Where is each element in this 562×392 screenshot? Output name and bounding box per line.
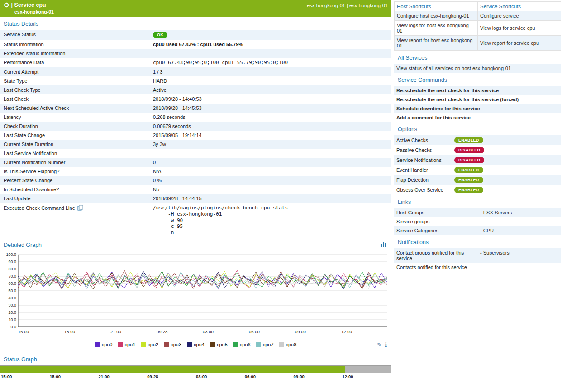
field-value: 0.268 seconds	[149, 113, 391, 122]
option-label: Active Checks	[396, 137, 454, 143]
performance-data-value: cpu0=67.43;90;95;0;100 cpu1=55.79;90;95;…	[149, 58, 391, 67]
timeline-segment-ok	[0, 366, 345, 373]
timeline-label: 21:00	[99, 374, 110, 379]
service-commands-title: Service Commands	[394, 73, 561, 86]
field-label: Current Attempt	[0, 67, 149, 76]
header-host-name[interactable]: esx-hongkong-01	[14, 9, 388, 14]
table-row: Current State Duration 3y 3w	[0, 140, 391, 149]
flap-detection-badge[interactable]: ENABLED	[454, 177, 483, 183]
status-graph-title: Status Graph	[0, 351, 391, 365]
edit-graph-icon[interactable]: ✎	[377, 341, 382, 348]
host-groups-value[interactable]: - ESX-Servers	[480, 210, 512, 215]
field-value: 0	[149, 158, 391, 167]
field-value: Active	[149, 85, 391, 94]
passive-checks-badge[interactable]: DISABLED	[454, 147, 484, 153]
cmd-schedule-downtime[interactable]: Schedule downtime for this service	[396, 106, 480, 111]
legend-label: cpu3	[171, 342, 181, 347]
svg-text:90.0: 90.0	[8, 260, 16, 264]
notifications-title: Notifications	[394, 235, 561, 248]
link-service-logs[interactable]: View logs for service cpu	[480, 25, 558, 31]
bar-chart-icon[interactable]	[381, 241, 387, 248]
active-checks-badge[interactable]: ENABLED	[454, 137, 483, 143]
cmd-add-comment[interactable]: Add a comment for this service	[396, 115, 471, 120]
all-services-group: View status of all services on host esx-…	[394, 64, 561, 73]
link-host-report[interactable]: View report for host esx-hongkong-01	[397, 38, 475, 48]
all-services-title: All Services	[394, 51, 561, 64]
svg-text:40.0: 40.0	[8, 296, 16, 300]
copy-command-icon[interactable]	[77, 205, 83, 212]
service-categories-value[interactable]: - CPU	[480, 228, 494, 233]
legend-label: cpu5	[217, 342, 228, 347]
table-row: State Type HARD	[0, 76, 391, 85]
table-row: View logs for host esx-hongkong-01 View …	[395, 21, 561, 36]
timeline-label: 18:00	[50, 374, 61, 379]
header-host-links: esx-hongkong-01 | esx-hongkong-01	[307, 3, 388, 8]
legend-item: cpu4	[187, 342, 205, 347]
service-commands-group: Re-schedule the next check for this serv…	[394, 86, 561, 122]
link-service-report[interactable]: View report for service cpu	[480, 40, 558, 46]
table-row: View report for host esx-hongkong-01 Vie…	[395, 36, 561, 51]
list-item: Service groups	[394, 217, 561, 226]
option-label: Service Notifications	[396, 157, 454, 163]
field-label: Check Duration	[0, 122, 149, 131]
service-categories-label: Service Categories	[396, 228, 480, 233]
field-value: N/A	[149, 167, 391, 176]
settings-gear-icon[interactable]: ⚙	[4, 1, 10, 9]
legend-item: cpu8	[279, 342, 297, 347]
chart-legend: cpu0cpu1cpu2cpu3cpu4cpu5cpu6cpu7cpu8	[0, 342, 391, 347]
list-item: Re-schedule the next check for this serv…	[394, 95, 561, 104]
svg-text:15:00: 15:00	[18, 329, 29, 334]
notifications-group: Contact groups notified for this service…	[394, 248, 561, 272]
timeline-segment-no-data	[345, 366, 391, 373]
contact-groups-value[interactable]: - Supervisors	[480, 250, 510, 255]
host-groups-label: Host Groups	[396, 210, 480, 215]
legend-item: cpu0	[95, 342, 113, 347]
event-handler-badge[interactable]: ENABLED	[454, 167, 483, 173]
field-label: In Scheduled Downtime?	[0, 185, 149, 194]
links-group: Host Groups - ESX-Servers Service groups…	[394, 208, 561, 235]
svg-text:70.0: 70.0	[8, 274, 16, 279]
cmd-reschedule-forced[interactable]: Re-schedule the next check for this serv…	[396, 97, 519, 102]
svg-text:50.0: 50.0	[8, 288, 16, 293]
link-configure-service[interactable]: Configure service	[480, 13, 558, 19]
field-label: Current State Duration	[0, 140, 149, 149]
field-value: 0 %	[149, 176, 391, 185]
legend-item: cpu6	[233, 342, 251, 347]
cmd-reschedule[interactable]: Re-schedule the next check for this serv…	[396, 88, 499, 93]
main-column: ⚙| Service cpu esx-hongkong-01 esx-hongk…	[0, 0, 391, 392]
table-row: Next Scheduled Active Check 2018/09/28 -…	[0, 104, 391, 113]
legend-swatch	[233, 342, 238, 347]
status-details-title: Status Details	[0, 17, 391, 30]
table-row: Last Update 2018/09/28 - 14:44:15	[0, 194, 391, 203]
obsess-over-service-badge[interactable]: ENABLED	[454, 187, 483, 193]
legend-swatch	[279, 342, 284, 347]
list-item: Passive Checks DISABLED	[394, 145, 561, 155]
list-item: Add a comment for this service	[394, 113, 561, 122]
field-label: Next Scheduled Active Check	[0, 104, 149, 113]
info-icon[interactable]: ℹ	[385, 341, 387, 348]
svg-text:10.0: 10.0	[8, 317, 16, 322]
list-item: Service Notifications DISABLED	[394, 155, 561, 165]
field-label: Last State Change	[0, 131, 149, 140]
link-host-logs[interactable]: View logs for host esx-hongkong-01	[397, 23, 475, 33]
option-label: Flap Detection	[396, 177, 454, 183]
service-notifications-badge[interactable]: DISABLED	[454, 157, 484, 163]
svg-text:20.0: 20.0	[8, 310, 16, 315]
svg-text:21:00: 21:00	[110, 329, 121, 334]
field-value: 2015/09/05 - 19:14:14	[149, 131, 391, 140]
list-item: Contact groups notified for this service…	[394, 248, 561, 263]
list-item: View status of all services on host esx-…	[394, 64, 561, 73]
header-host-link-1[interactable]: esx-hongkong-01	[307, 3, 345, 8]
link-configure-host[interactable]: Configure host esx-hongkong-01	[397, 13, 475, 19]
detailed-graph-header: Detailed Graph	[0, 238, 391, 251]
table-row: Last Service Notification	[0, 149, 391, 158]
field-value: 2018/09/28 - 14:40:53	[149, 94, 391, 104]
table-row: In Scheduled Downtime? No	[0, 185, 391, 194]
legend-swatch	[210, 342, 215, 347]
link-all-services[interactable]: View status of all services on host esx-…	[396, 66, 511, 71]
table-row: Extended status information	[0, 49, 391, 58]
option-label: Obsess Over Service	[396, 187, 454, 193]
header-host-link-2[interactable]: esx-hongkong-01	[349, 3, 388, 8]
svg-text:80.0: 80.0	[8, 267, 16, 271]
field-value: 2018/09/28 - 14:44:15	[149, 194, 391, 203]
